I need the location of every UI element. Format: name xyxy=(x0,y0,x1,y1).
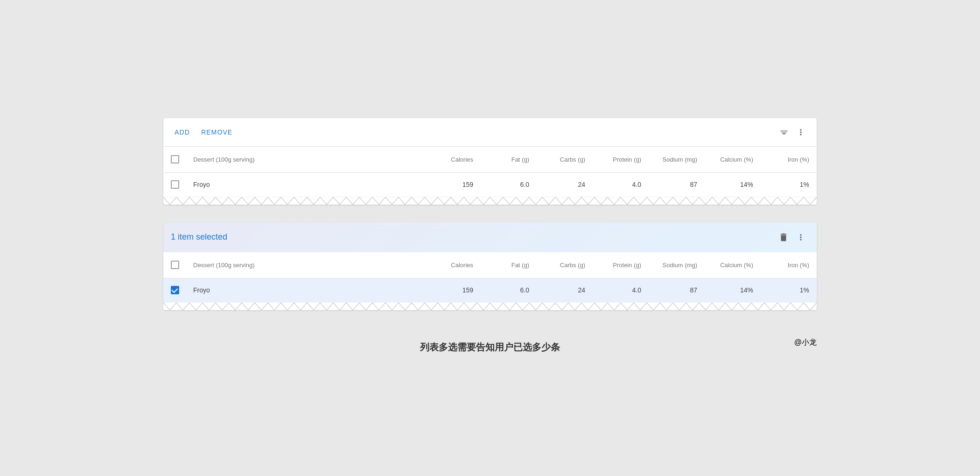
table-row-1-froyo[interactable]: Froyo 159 6.0 24 4.0 87 14% 1% xyxy=(163,173,817,197)
header-col-iron-2: Iron (%) xyxy=(753,262,809,269)
toolbar-left: ADD REMOVE xyxy=(171,126,236,139)
table-header-2: Dessert (100g serving) Calories Fat (g) … xyxy=(163,252,817,278)
table-card-2: 1 item selected Dessert (100g serving) C… xyxy=(163,222,817,310)
header-col-calories-1: Calories xyxy=(417,156,473,163)
header-col-calcium-2: Calcium (%) xyxy=(697,262,753,269)
row-iron-2: 1% xyxy=(753,286,809,294)
selection-toolbar: 1 item selected xyxy=(163,222,817,252)
row-carbs-2: 24 xyxy=(529,286,585,294)
toolbar-1: ADD REMOVE xyxy=(163,118,817,147)
watermark: @小龙 xyxy=(560,338,817,348)
header-checkbox-1[interactable] xyxy=(171,155,179,163)
row-calcium-2: 14% xyxy=(697,286,753,294)
more-vert-icon-2 xyxy=(796,233,805,242)
row-sodium-2: 87 xyxy=(641,286,697,294)
header-col-fat-1: Fat (g) xyxy=(473,156,529,163)
row-calcium-1: 14% xyxy=(697,181,753,188)
row-iron-1: 1% xyxy=(753,181,809,188)
table-header-1: Dessert (100g serving) Calories Fat (g) … xyxy=(163,147,817,173)
header-col-iron-1: Iron (%) xyxy=(753,156,809,163)
filter-icon xyxy=(779,128,789,137)
remove-button[interactable]: REMOVE xyxy=(197,126,236,139)
header-col-name-2: Dessert (100g serving) xyxy=(193,262,417,269)
header-col-fat-2: Fat (g) xyxy=(473,262,529,269)
row-checkbox-col xyxy=(171,180,193,189)
header-col-sodium-2: Sodium (mg) xyxy=(641,262,697,269)
row-sodium-1: 87 xyxy=(641,181,697,188)
row-calories-1: 159 xyxy=(417,181,473,188)
header-col-protein-1: Protein (g) xyxy=(585,156,641,163)
delete-button[interactable] xyxy=(775,228,792,246)
header-checkbox-2[interactable] xyxy=(171,261,179,269)
page-container: ADD REMOVE Dessert (100g serving) Calori… xyxy=(163,118,817,358)
header-checkbox-col-2 xyxy=(171,261,193,269)
row-fat-2: 6.0 xyxy=(473,286,529,294)
zigzag-divider-1 xyxy=(163,197,817,205)
header-col-carbs-2: Carbs (g) xyxy=(529,262,585,269)
header-col-sodium-1: Sodium (mg) xyxy=(641,156,697,163)
header-col-carbs-1: Carbs (g) xyxy=(529,156,585,163)
row-protein-2: 4.0 xyxy=(585,286,641,294)
zigzag-divider-2 xyxy=(163,303,817,310)
header-col-calcium-1: Calcium (%) xyxy=(697,156,753,163)
row-protein-1: 4.0 xyxy=(585,181,641,188)
row-checkbox-1-froyo[interactable] xyxy=(171,180,179,189)
more-vert-icon xyxy=(796,128,805,137)
selection-count: 1 item selected xyxy=(171,232,227,242)
header-col-protein-2: Protein (g) xyxy=(585,262,641,269)
table-card-1: ADD REMOVE Dessert (100g serving) Calori… xyxy=(163,118,817,205)
row-name-2: Froyo xyxy=(193,286,417,294)
bottom-caption: 列表多选需要告知用户已选多少条 xyxy=(420,327,560,358)
header-col-name-1: Dessert (100g serving) xyxy=(193,156,417,163)
row-calories-2: 159 xyxy=(417,286,473,294)
row-fat-1: 6.0 xyxy=(473,181,529,188)
more-menu-button-1[interactable] xyxy=(792,124,809,141)
table-row-2-froyo[interactable]: Froyo 159 6.0 24 4.0 87 14% 1% xyxy=(163,278,817,303)
row-name-1: Froyo xyxy=(193,181,417,188)
section-gap xyxy=(163,208,817,222)
row-checkbox-2-froyo[interactable] xyxy=(171,286,179,294)
header-checkbox-col xyxy=(171,155,193,163)
more-menu-button-2[interactable] xyxy=(792,229,809,246)
header-col-calories-2: Calories xyxy=(417,262,473,269)
delete-icon xyxy=(778,232,789,242)
bottom-row: 列表多选需要告知用户已选多少条 @小龙 xyxy=(163,314,817,358)
row-carbs-1: 24 xyxy=(529,181,585,188)
row-checkbox-col-2 xyxy=(171,286,193,294)
add-button[interactable]: ADD xyxy=(171,126,194,139)
filter-button[interactable] xyxy=(776,124,792,141)
